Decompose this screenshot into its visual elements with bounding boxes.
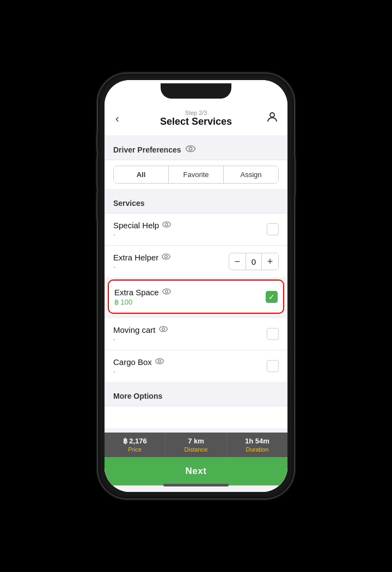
more-options-section: More Options — [105, 386, 287, 428]
trip-distance-label: Distance — [168, 446, 224, 453]
moving-cart-eye-icon — [159, 325, 168, 334]
trip-duration-item: 1h 54m Duration — [227, 433, 287, 457]
special-help-checkbox[interactable] — [267, 223, 279, 235]
services-section-2: Moving cart - — [105, 318, 287, 382]
driver-pref-header: Driver Preferences — [105, 139, 287, 160]
trip-distance-value: 7 km — [168, 437, 224, 445]
service-name-row: Extra Helper — [113, 252, 170, 262]
svg-point-9 — [159, 326, 167, 332]
driver-preferences-section: Driver Preferences All Favorite Assign — [105, 139, 287, 189]
special-help-eye-icon — [162, 220, 171, 230]
svg-point-6 — [165, 255, 168, 258]
services-header: Services — [105, 193, 287, 214]
trip-price-item: ฿ 2,176 Price — [105, 433, 166, 457]
trip-price-value: ฿ 2,176 — [107, 437, 163, 445]
cargo-box-name: Cargo Box — [113, 357, 152, 367]
cargo-box-checkbox[interactable] — [267, 360, 279, 372]
special-help-name: Special Help — [113, 221, 159, 230]
counter-plus-btn[interactable]: + — [262, 253, 278, 270]
service-row-special-help: Special Help - — [105, 214, 287, 246]
service-name-row: Moving cart — [113, 325, 168, 334]
svg-point-10 — [162, 328, 164, 331]
moving-cart-name: Moving cart — [113, 325, 156, 334]
extra-space-checkbox[interactable]: ✓ — [266, 291, 278, 303]
moving-cart-checkbox[interactable] — [267, 328, 279, 340]
extra-helper-counter: − 0 + — [229, 253, 279, 270]
extra-space-name: Extra Space — [114, 288, 159, 297]
svg-point-2 — [189, 147, 192, 150]
moving-cart-sub: - — [113, 336, 168, 343]
trip-price-label: Price — [107, 446, 163, 453]
driver-pref-label: Driver Preferences — [113, 145, 181, 154]
special-help-sub: - — [113, 231, 171, 239]
extra-helper-eye-icon — [162, 252, 170, 262]
driver-pref-eye-icon — [186, 145, 195, 154]
bottom-bar: ฿ 2,176 Price 7 km Distance 1h 54m Durat… — [105, 433, 287, 485]
extra-space-name-row: Extra Space — [114, 287, 171, 297]
app-header: ‹ Step 2/3 Select Services — [105, 104, 287, 135]
svg-point-3 — [163, 222, 170, 227]
extra-helper-sub: - — [113, 263, 170, 271]
cargo-box-eye-icon — [155, 357, 164, 367]
svg-point-8 — [165, 290, 168, 293]
page-title: Select Services — [128, 116, 264, 127]
service-row-moving-cart: Moving cart - — [105, 318, 287, 350]
counter-value: 0 — [246, 253, 262, 270]
back-button[interactable]: ‹ — [113, 110, 128, 127]
more-options-header: More Options — [105, 386, 287, 406]
service-left: Special Help - — [113, 220, 171, 239]
trip-distance-item: 7 km Distance — [166, 433, 226, 457]
phone-screen: ‹ Step 2/3 Select Services Driver Prefer… — [105, 80, 287, 492]
phone-frame: ‹ Step 2/3 Select Services Driver Prefer… — [98, 74, 294, 498]
counter-minus-btn[interactable]: − — [229, 253, 246, 270]
service-left: Moving cart - — [113, 325, 168, 343]
tab-favorite[interactable]: Favorite — [169, 166, 224, 183]
service-left: Cargo Box - — [113, 357, 164, 375]
status-bar — [105, 80, 287, 104]
svg-point-5 — [162, 254, 170, 259]
more-options-body — [105, 406, 287, 428]
services-section: Services Special Help — [105, 193, 287, 277]
svg-point-0 — [270, 113, 274, 117]
service-row-cargo-box: Cargo Box - — [105, 350, 287, 382]
trip-duration-label: Duration — [229, 446, 285, 453]
profile-icon[interactable] — [264, 111, 279, 127]
screen-content: ‹ Step 2/3 Select Services Driver Prefer… — [105, 104, 287, 492]
svg-point-7 — [163, 289, 170, 294]
extra-helper-name: Extra Helper — [113, 253, 158, 262]
trip-info: ฿ 2,176 Price 7 km Distance 1h 54m Durat… — [105, 433, 287, 457]
extra-space-price: ฿ 100 — [114, 298, 171, 306]
service-name-row: Cargo Box — [113, 357, 164, 367]
tab-assign[interactable]: Assign — [224, 166, 278, 183]
tab-all[interactable]: All — [114, 166, 169, 183]
service-name-row: Special Help — [113, 220, 171, 230]
svg-point-1 — [186, 146, 194, 152]
svg-point-12 — [158, 360, 161, 363]
driver-pref-tabs: All Favorite Assign — [113, 166, 279, 184]
extra-space-eye-icon — [162, 287, 171, 297]
next-button[interactable]: Next — [105, 457, 287, 485]
svg-point-4 — [166, 223, 168, 226]
extra-space-left: Extra Space ฿ 100 — [114, 287, 171, 306]
extra-space-row-highlighted: Extra Space ฿ 100 ✓ — [108, 279, 284, 314]
header-center: Step 2/3 Select Services — [128, 109, 264, 127]
cargo-box-sub: - — [113, 368, 164, 375]
step-label: Step 2/3 — [128, 109, 264, 116]
service-row-extra-helper: Extra Helper - − 0 — [105, 246, 287, 277]
trip-duration-value: 1h 54m — [229, 437, 285, 445]
service-left: Extra Helper - — [113, 252, 170, 271]
svg-point-11 — [156, 358, 163, 364]
